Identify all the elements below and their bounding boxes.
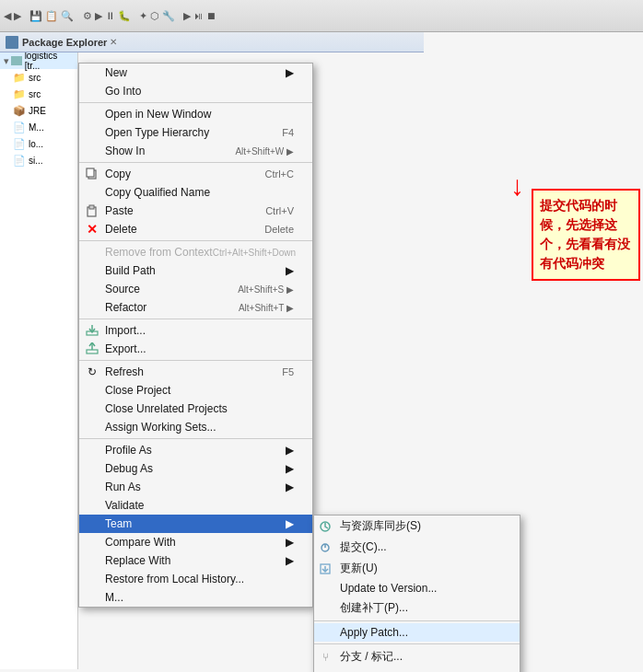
tree-item-lo[interactable]: 📄lo... xyxy=(0,135,77,152)
menu-item-show-in[interactable]: Show In Alt+Shift+W ▶ xyxy=(79,142,312,160)
menu-item-debug-as[interactable]: Debug As ▶ xyxy=(79,459,312,478)
submenu-merge[interactable]: ⊕ 合并(M)... xyxy=(314,667,520,672)
arrow-compare-with: ▶ xyxy=(286,536,294,549)
menu-item-export[interactable]: Export... xyxy=(79,340,312,358)
project-icon xyxy=(11,56,22,65)
annotation-box: 提交代码的时候，先选择这个，先看看有没有代码冲突 xyxy=(532,189,640,281)
menu-label-delete: Delete xyxy=(105,223,137,236)
shortcut-show-in: Alt+Shift+W ▶ xyxy=(235,146,294,156)
sync-icon xyxy=(318,519,333,534)
file-icon3: 📄 xyxy=(13,155,26,167)
shortcut-refactor: Alt+Shift+T ▶ xyxy=(239,303,294,313)
menu-label-debug-as: Debug As xyxy=(105,462,153,475)
menu-label-m: M... xyxy=(105,591,123,604)
separator-6 xyxy=(79,438,312,439)
menu-item-build-path[interactable]: Build Path ▶ xyxy=(79,261,312,280)
branch-icon: ⑂ xyxy=(318,650,333,665)
menu-label-refactor: Refactor xyxy=(105,301,146,314)
copy-icon xyxy=(85,167,99,181)
separator-3 xyxy=(79,240,312,241)
tree-item-src1[interactable]: 📁src xyxy=(0,69,77,86)
menu-item-refresh[interactable]: ↻ Refresh F5 xyxy=(79,363,312,381)
tree-panel: ▾ logistics [tr... 📁src 📁src 📦JRE 📄M... … xyxy=(0,52,78,669)
submenu-apply-patch[interactable]: Apply Patch... xyxy=(314,623,520,642)
tree-item-si[interactable]: 📄si... xyxy=(0,152,77,168)
menu-item-close-unrelated[interactable]: Close Unrelated Projects xyxy=(79,400,312,418)
separator-1 xyxy=(79,102,312,103)
menu-item-validate[interactable]: Validate xyxy=(79,496,312,515)
menu-item-assign-working-sets[interactable]: Assign Working Sets... xyxy=(79,418,312,436)
separator-2 xyxy=(79,162,312,163)
menu-item-run-as[interactable]: Run As ▶ xyxy=(79,478,312,496)
menu-arrow-build-path: ▶ xyxy=(286,264,294,277)
submenu-branch[interactable]: ⑂ 分支 / 标记... xyxy=(314,646,520,667)
submenu-label-create-patch: 创建补丁(P)... xyxy=(340,600,408,616)
submenu-create-patch[interactable]: 创建补丁(P)... xyxy=(314,597,520,619)
submenu-label-update: 更新(U) xyxy=(340,561,378,576)
expand-icon: ▾ xyxy=(4,55,9,67)
svg-rect-3 xyxy=(89,205,94,209)
menu-item-m[interactable]: M... xyxy=(79,588,312,607)
menu-item-import[interactable]: Import... xyxy=(79,321,312,340)
menu-label-export: Export... xyxy=(105,342,146,355)
menu-item-replace-with[interactable]: Replace With ▶ xyxy=(79,551,312,570)
menu-item-open-type[interactable]: Open Type Hierarchy F4 xyxy=(79,123,312,142)
menu-label-validate: Validate xyxy=(105,499,144,512)
submenu-update-version[interactable]: Update to Version... xyxy=(314,579,520,597)
arrow-run-as: ▶ xyxy=(286,481,294,493)
arrow-replace-with: ▶ xyxy=(286,554,294,567)
menu-label-copy-qualified: Copy Qualified Name xyxy=(105,186,210,199)
refresh-icon: ↻ xyxy=(85,365,99,379)
menu-item-new[interactable]: New ▶ xyxy=(79,64,312,82)
context-menu: New ▶ Go Into Open in New Window Open Ty… xyxy=(78,63,313,608)
menu-item-paste[interactable]: Paste Ctrl+V xyxy=(79,202,312,220)
menu-item-open-window[interactable]: Open in New Window xyxy=(79,105,312,123)
menu-label-team: Team xyxy=(105,517,132,530)
submenu-label-commit: 提交(C)... xyxy=(340,539,387,555)
sep-sub-1 xyxy=(314,620,520,621)
menu-label-remove-context: Remove from Context xyxy=(105,246,213,259)
menu-item-refactor[interactable]: Refactor Alt+Shift+T ▶ xyxy=(79,298,312,317)
menu-label-show-in: Show In xyxy=(105,145,145,157)
menu-item-close-project[interactable]: Close Project xyxy=(79,381,312,400)
submenu-label-branch: 分支 / 标记... xyxy=(340,649,403,665)
menu-label-new: New xyxy=(105,66,127,79)
shortcut-source: Alt+Shift+S ▶ xyxy=(238,284,294,295)
menu-item-compare-with[interactable]: Compare With ▶ xyxy=(79,533,312,551)
submenu-commit[interactable]: 提交(C)... xyxy=(314,537,520,558)
tree-item-jre[interactable]: 📦JRE xyxy=(0,102,77,119)
menu-item-go-into[interactable]: Go Into xyxy=(79,82,312,100)
tree-item-src2[interactable]: 📁src xyxy=(0,86,77,102)
import-icon xyxy=(85,323,99,338)
submenu-label-apply-patch: Apply Patch... xyxy=(340,626,408,639)
menu-item-team[interactable]: Team ▶ 与资源库同步(S) 提交(C)... xyxy=(79,515,312,533)
tree-item-m[interactable]: 📄M... xyxy=(0,119,77,135)
menu-item-copy-qualified[interactable]: Copy Qualified Name xyxy=(79,183,312,202)
submenu-update[interactable]: 更新(U) xyxy=(314,558,520,579)
package-explorer-icon xyxy=(6,36,18,49)
folder-icon2: 📁 xyxy=(13,88,26,100)
delete-icon: ✕ xyxy=(85,222,99,237)
project-name: logistics [tr... xyxy=(25,52,74,71)
panel-header: Package Explorer ✕ xyxy=(0,32,424,52)
menu-item-copy[interactable]: Copy Ctrl+C xyxy=(79,165,312,183)
svg-rect-1 xyxy=(87,168,94,177)
menu-label-build-path: Build Path xyxy=(105,264,156,277)
menu-item-restore-history[interactable]: Restore from Local History... xyxy=(79,570,312,588)
submenu-sync[interactable]: 与资源库同步(S) xyxy=(314,516,520,537)
annotation-arrow: ↓ xyxy=(510,170,524,202)
menu-label-run-as: Run As xyxy=(105,481,141,493)
shortcut-delete: Delete xyxy=(264,224,294,235)
menu-item-delete[interactable]: ✕ Delete Delete xyxy=(79,220,312,238)
menu-label-go-into: Go Into xyxy=(105,85,141,98)
shortcut-open-type: F4 xyxy=(282,127,294,138)
separator-5 xyxy=(79,360,312,361)
shortcut-copy: Ctrl+C xyxy=(265,168,294,180)
menu-item-source[interactable]: Source Alt+Shift+S ▶ xyxy=(79,280,312,298)
menu-label-open-type: Open Type Hierarchy xyxy=(105,126,209,139)
tree-root-item[interactable]: ▾ logistics [tr... xyxy=(0,52,77,69)
menu-item-remove-context[interactable]: Remove from Context Ctrl+Alt+Shift+Down xyxy=(79,243,312,261)
menu-item-profile-as[interactable]: Profile As ▶ xyxy=(79,441,312,459)
menu-label-copy: Copy xyxy=(105,168,131,180)
menu-label-close-unrelated: Close Unrelated Projects xyxy=(105,402,228,415)
